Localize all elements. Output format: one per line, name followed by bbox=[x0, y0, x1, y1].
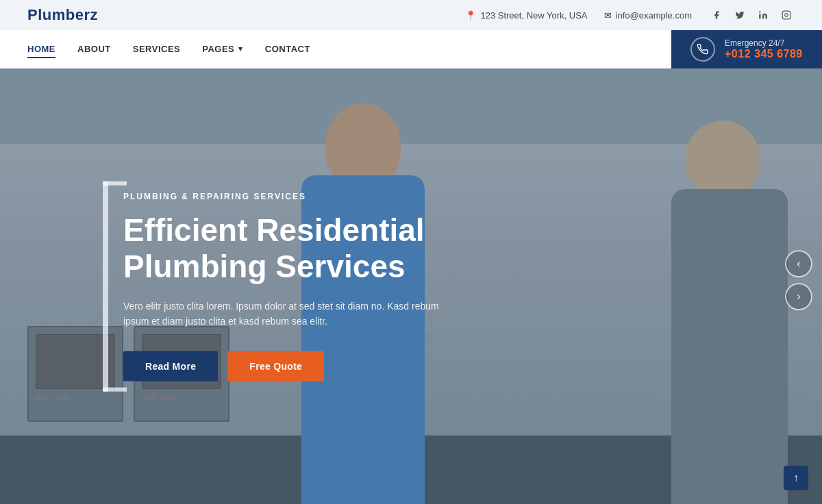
email-text: info@example.com bbox=[616, 10, 692, 21]
hero-section: PLUMBING & REPAIRING SERVICES Efficient … bbox=[0, 68, 822, 504]
nav-links: HOME ABOUT SERVICES PAGES CONTACT bbox=[0, 30, 671, 68]
free-quote-button[interactable]: Free Quote bbox=[227, 351, 324, 381]
scroll-top-button[interactable]: ↑ bbox=[784, 466, 808, 490]
address-text: 123 Street, New York, USA bbox=[480, 10, 587, 21]
emergency-number[interactable]: +012 345 6789 bbox=[725, 48, 803, 60]
facebook-icon[interactable] bbox=[708, 7, 725, 23]
nav-item-pages[interactable]: PAGES bbox=[202, 41, 243, 58]
hero-subtitle: PLUMBING & REPAIRING SERVICES bbox=[123, 192, 507, 201]
emergency-contact: Emergency 24/7 +012 345 6789 bbox=[671, 30, 822, 68]
hero-content: PLUMBING & REPAIRING SERVICES Efficient … bbox=[123, 192, 507, 381]
hero-title: Efficient Residential Plumbing Services bbox=[123, 212, 507, 285]
emergency-text: Emergency 24/7 +012 345 6789 bbox=[725, 38, 803, 60]
nav-item-contact[interactable]: CONTACT bbox=[265, 41, 310, 58]
address-info: 📍 123 Street, New York, USA bbox=[465, 10, 587, 21]
twitter-icon[interactable] bbox=[732, 7, 748, 23]
navigation: HOME ABOUT SERVICES PAGES CONTACT Emerge… bbox=[0, 30, 822, 68]
instagram-icon[interactable] bbox=[778, 7, 795, 23]
email-info: ✉ info@example.com bbox=[604, 10, 692, 21]
hero-description: Vero elitr justo clita lorem. Ipsum dolo… bbox=[123, 299, 452, 329]
nav-item-about[interactable]: ABOUT bbox=[77, 41, 111, 58]
social-icons bbox=[708, 7, 795, 23]
chevron-down-icon bbox=[238, 45, 243, 53]
slider-prev-button[interactable]: ‹ bbox=[785, 250, 812, 277]
email-icon: ✉ bbox=[604, 10, 612, 21]
top-bar-right: 📍 123 Street, New York, USA ✉ info@examp… bbox=[465, 7, 795, 23]
linkedin-icon[interactable] bbox=[755, 7, 771, 23]
brand-logo[interactable]: Plumberz bbox=[27, 6, 98, 24]
slider-next-button[interactable]: › bbox=[785, 283, 812, 310]
svg-point-0 bbox=[759, 11, 760, 12]
phone-icon bbox=[690, 37, 715, 62]
hero-buttons: Read More Free Quote bbox=[123, 351, 507, 381]
nav-item-services[interactable]: SERVICES bbox=[133, 41, 181, 58]
emergency-label: Emergency 24/7 bbox=[725, 38, 803, 48]
nav-item-home[interactable]: HOME bbox=[27, 41, 55, 58]
read-more-button[interactable]: Read More bbox=[123, 351, 218, 381]
slider-controls: ‹ › bbox=[785, 250, 812, 310]
svg-rect-1 bbox=[782, 11, 790, 19]
top-bar: Plumberz 📍 123 Street, New York, USA ✉ i… bbox=[0, 0, 822, 30]
location-icon: 📍 bbox=[465, 10, 476, 21]
